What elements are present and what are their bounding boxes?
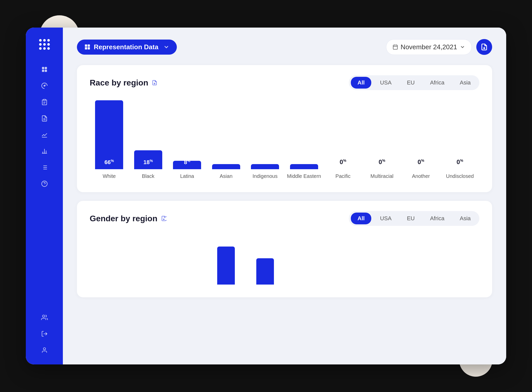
bar-group-undisclosed: 0%Undisclosed	[441, 100, 480, 179]
bar-group-white: 66%White	[90, 100, 129, 179]
sidebar-item-chart-bar[interactable]	[38, 144, 51, 158]
export-button[interactable]	[476, 39, 492, 55]
svg-point-3	[39, 43, 42, 46]
gender-chart-card: Gender by region AllUSAEUAfricaAsia	[77, 201, 492, 297]
bar-group-multiracial: 0%Multiracial	[363, 100, 402, 179]
bar-value-label: 18%	[143, 159, 153, 166]
svg-rect-9	[42, 67, 44, 69]
svg-point-4	[43, 43, 46, 46]
svg-point-34	[43, 348, 45, 350]
app-window: Representation Data November 24,2021	[26, 28, 506, 364]
bar-value-label: 4%	[223, 159, 229, 166]
bar-category-label: Latina	[180, 173, 194, 179]
race-region-tab-africa[interactable]: Africa	[423, 77, 451, 89]
bar-value-label: 1%	[301, 159, 307, 166]
sidebar-item-chart-line[interactable]	[38, 128, 51, 141]
bar-group-indigenous: 2%Indigenous	[246, 100, 285, 179]
sidebar-item-dashboard[interactable]	[38, 63, 51, 76]
svg-rect-14	[43, 99, 45, 100]
gender-region-tab-africa[interactable]: Africa	[423, 213, 451, 224]
bar-value-label: 8%	[184, 159, 190, 166]
race-chart-card: Race by region AllUSAEUAfricaAsia 66%	[77, 65, 492, 192]
race-chart-header: Race by region AllUSAEUAfricaAsia	[90, 75, 479, 90]
bar-group-middle-eastern: 1%Middle Eastern	[285, 100, 324, 179]
svg-point-32	[42, 315, 45, 317]
bar-zero-label: 0%	[457, 158, 463, 166]
gender-bar-chart	[90, 236, 479, 287]
bar-group-another: 0%Another	[401, 100, 441, 179]
svg-point-5	[47, 43, 50, 46]
sidebar-item-document[interactable]	[38, 112, 51, 125]
gender-region-tab-asia[interactable]: Asia	[453, 213, 477, 224]
gender-download-icon[interactable]	[161, 214, 167, 223]
svg-point-2	[47, 39, 50, 42]
svg-point-1	[43, 39, 46, 42]
bar-category-label: Pacific	[336, 173, 351, 179]
gender-chart-title: Gender by region	[90, 214, 167, 223]
sidebar	[26, 28, 63, 364]
report-selector-button[interactable]: Representation Data	[77, 40, 177, 55]
date-label: November 24,2021	[401, 43, 457, 51]
gender-bar-group-female	[207, 239, 246, 285]
svg-rect-38	[88, 47, 90, 50]
sidebar-item-analytics[interactable]	[38, 79, 51, 92]
logo[interactable]	[38, 38, 51, 52]
bar-value-label: 2%	[262, 159, 268, 166]
sidebar-item-clipboard[interactable]	[38, 95, 51, 109]
svg-point-0	[39, 39, 42, 42]
sidebar-item-user[interactable]	[38, 344, 51, 357]
svg-rect-11	[42, 70, 44, 72]
race-region-tab-usa[interactable]: USA	[373, 77, 398, 89]
bar-category-label: Undisclosed	[446, 173, 474, 179]
svg-point-7	[43, 47, 46, 50]
svg-point-6	[39, 47, 42, 50]
sidebar-item-help[interactable]	[38, 177, 51, 190]
svg-rect-36	[88, 44, 90, 47]
bar-group-latina: 8%Latina	[168, 100, 207, 179]
top-bar: Representation Data November 24,2021	[77, 39, 492, 55]
svg-rect-10	[45, 67, 47, 69]
sidebar-item-logout[interactable]	[38, 327, 51, 340]
bar-category-label: Middle Eastern	[287, 173, 321, 179]
bar-zero-label: 0%	[418, 158, 424, 166]
bar-category-label: Multiracial	[371, 173, 394, 179]
bar-group-pacific: 0%Pacific	[323, 100, 363, 179]
main-content: Representation Data November 24,2021	[63, 28, 506, 364]
gender-region-tab-all[interactable]: All	[351, 213, 371, 224]
race-bar-chart: 66%White18%Black8%Latina4%Asian2%Indigen…	[90, 100, 479, 182]
bar-category-label: Black	[142, 173, 154, 179]
svg-rect-39	[393, 45, 398, 50]
gender-region-tab-eu[interactable]: EU	[400, 213, 421, 224]
bar-category-label: White	[103, 173, 116, 179]
bar-group-asian: 4%Asian	[207, 100, 246, 179]
race-region-tab-asia[interactable]: Asia	[453, 77, 477, 89]
race-region-tab-eu[interactable]: EU	[400, 77, 421, 89]
svg-rect-12	[45, 70, 47, 72]
gender-region-tabs: AllUSAEUAfricaAsia	[349, 211, 479, 226]
race-chart-title: Race by region	[90, 78, 157, 88]
bar-group-black: 18%Black	[129, 100, 168, 179]
date-selector-button[interactable]: November 24,2021	[386, 39, 472, 55]
race-region-tabs: AllUSAEUAfricaAsia	[349, 75, 479, 90]
bar-zero-label: 0%	[379, 158, 385, 166]
gender-bar-group-male	[246, 239, 285, 285]
bar-category-label: Indigenous	[252, 173, 277, 179]
gender-region-tab-usa[interactable]: USA	[373, 213, 398, 224]
svg-rect-37	[85, 47, 87, 50]
bar-value-label: 66%	[105, 159, 114, 166]
svg-rect-35	[85, 44, 87, 47]
sidebar-item-list[interactable]	[38, 161, 51, 174]
bar-zero-label: 0%	[340, 158, 346, 166]
report-label: Representation Data	[94, 43, 158, 51]
race-region-tab-all[interactable]: All	[351, 77, 371, 89]
top-bar-right: November 24,2021	[386, 39, 492, 55]
gender-chart-header: Gender by region AllUSAEUAfricaAsia	[90, 211, 479, 226]
outer-background: Representation Data November 24,2021	[0, 0, 532, 392]
bar-category-label: Asian	[220, 173, 233, 179]
bar-category-label: Another	[412, 173, 430, 179]
sidebar-item-people[interactable]	[38, 311, 51, 324]
race-download-icon[interactable]	[152, 78, 157, 88]
svg-point-8	[47, 47, 50, 50]
